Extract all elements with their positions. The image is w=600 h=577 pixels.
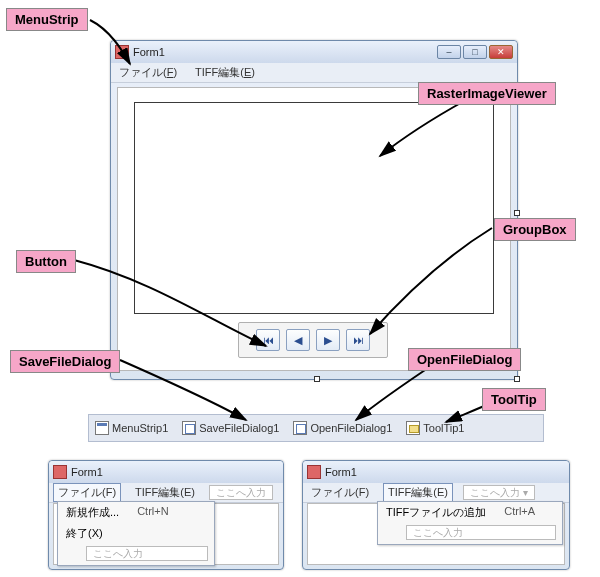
menu-item-new-shortcut: Ctrl+N — [137, 505, 168, 520]
client-area: ⏮ ◀ ▶ ⏭ — [117, 87, 511, 371]
nav-next-button[interactable]: ▶ — [316, 329, 340, 351]
nav-last-button[interactable]: ⏭ — [346, 329, 370, 351]
menustrip-icon — [95, 421, 109, 435]
component-tray: MenuStrip1 SaveFileDialog1 OpenFileDialo… — [88, 414, 544, 442]
nav-first-button[interactable]: ⏮ — [256, 329, 280, 351]
menustrip[interactable]: ファイル(F) TIFF編集(E) — [111, 63, 517, 83]
designer-window-file-menu: Form1 ファイル(F) TIFF編集(E) ここへ入力 新規作成... Ct… — [48, 460, 284, 570]
tray-menustrip[interactable]: MenuStrip1 — [95, 421, 168, 435]
menu-item-exit-label: 終了(X) — [66, 526, 103, 541]
tray-tooltip[interactable]: ToolTip1 — [406, 421, 464, 435]
menu-type-here[interactable]: ここへ入力 — [86, 546, 208, 561]
tray-menustrip-label: MenuStrip1 — [112, 422, 168, 434]
menu-item-add-tiff[interactable]: TIFFファイルの追加 Ctrl+A — [378, 502, 562, 523]
menu-item-add-tiff-shortcut: Ctrl+A — [504, 505, 535, 520]
tiff-dropdown: TIFFファイルの追加 Ctrl+A ここへ入力 — [377, 501, 563, 545]
tray-savefiledialog[interactable]: SaveFileDialog1 — [182, 421, 279, 435]
minimize-button[interactable]: – — [437, 45, 461, 59]
file-dropdown: 新規作成... Ctrl+N 終了(X) ここへ入力 — [57, 501, 215, 566]
menu-file[interactable]: ファイル(F) — [53, 483, 121, 502]
callout-raster-image-viewer: RasterImageViewer — [418, 82, 556, 105]
menu-tiff-edit[interactable]: TIFF編集(E) — [191, 64, 259, 81]
window-title: Form1 — [325, 466, 565, 478]
window-title: Form1 — [71, 466, 279, 478]
menu-type-here[interactable]: ここへ入力 — [209, 485, 273, 500]
callout-tooltip: ToolTip — [482, 388, 546, 411]
tray-openfiledialog-label: OpenFileDialog1 — [310, 422, 392, 434]
callout-menustrip: MenuStrip — [6, 8, 88, 31]
tray-savefiledialog-label: SaveFileDialog1 — [199, 422, 279, 434]
menustrip[interactable]: ファイル(F) TIFF編集(E) ここへ入力 — [49, 483, 283, 503]
menu-file[interactable]: ファイル(F) — [307, 484, 373, 501]
callout-button: Button — [16, 250, 76, 273]
raster-image-viewer[interactable] — [134, 102, 494, 314]
titlebar[interactable]: Form1 – □ ✕ — [111, 41, 517, 63]
menu-type-here[interactable]: ここへ入力 — [406, 525, 556, 540]
tray-tooltip-label: ToolTip1 — [423, 422, 464, 434]
window-title: Form1 — [133, 46, 437, 58]
callout-save-file-dialog: SaveFileDialog — [10, 350, 120, 373]
app-icon — [307, 465, 321, 479]
callout-open-file-dialog: OpenFileDialog — [408, 348, 521, 371]
nav-prev-button[interactable]: ◀ — [286, 329, 310, 351]
menu-item-add-tiff-label: TIFFファイルの追加 — [386, 505, 486, 520]
tray-openfiledialog[interactable]: OpenFileDialog1 — [293, 421, 392, 435]
menustrip[interactable]: ファイル(F) TIFF編集(E) ここへ入力 ▾ — [303, 483, 569, 503]
designer-window-tiff-menu: Form1 ファイル(F) TIFF編集(E) ここへ入力 ▾ TIFFファイル… — [302, 460, 570, 570]
app-icon — [53, 465, 67, 479]
callout-groupbox: GroupBox — [494, 218, 576, 241]
menu-type-here[interactable]: ここへ入力 ▾ — [463, 485, 535, 500]
menu-tiff-edit[interactable]: TIFF編集(E) — [131, 484, 199, 501]
openfiledialog-icon — [293, 421, 307, 435]
app-icon — [115, 45, 129, 59]
close-button[interactable]: ✕ — [489, 45, 513, 59]
menu-item-new[interactable]: 新規作成... Ctrl+N — [58, 502, 214, 523]
maximize-button[interactable]: □ — [463, 45, 487, 59]
tooltip-icon — [406, 421, 420, 435]
nav-groupbox: ⏮ ◀ ▶ ⏭ — [238, 322, 388, 358]
savefiledialog-icon — [182, 421, 196, 435]
menu-tiff-edit[interactable]: TIFF編集(E) — [383, 483, 453, 502]
menu-item-new-label: 新規作成... — [66, 505, 119, 520]
menu-file[interactable]: ファイル(F) — [115, 64, 181, 81]
menu-item-exit[interactable]: 終了(X) — [58, 523, 214, 544]
